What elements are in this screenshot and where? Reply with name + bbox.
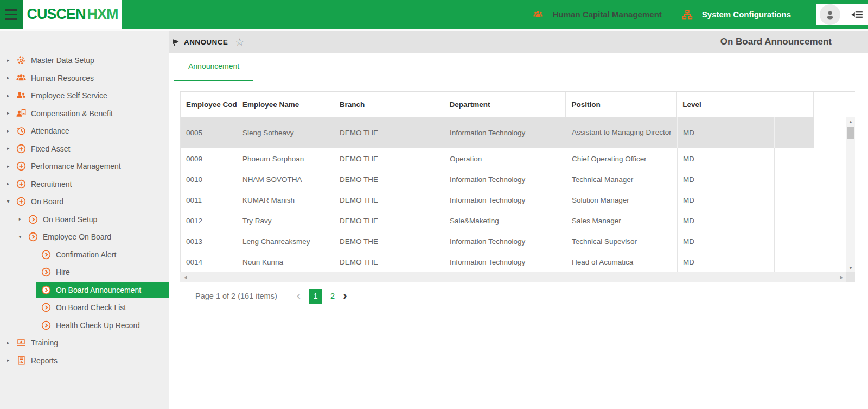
sidebar-item-label: Recruitment xyxy=(31,180,72,188)
next-page-icon[interactable]: › xyxy=(343,290,347,302)
sidebar-item-performance-management[interactable]: ▸ Performance Management xyxy=(0,158,169,175)
expand-arrow-icon[interactable]: ▸ xyxy=(4,75,12,80)
collapse-panel-icon[interactable] xyxy=(850,8,864,22)
horizontal-scrollbar[interactable]: ◂ ▸ xyxy=(180,272,855,282)
tab-announcement[interactable]: Announcement xyxy=(174,53,253,81)
sidebar-item-label: Confirmation Alert xyxy=(56,250,116,259)
column-header-employee-code[interactable]: Employee Cod xyxy=(181,92,237,117)
cell-position: Assistant to Managing Director xyxy=(566,117,678,148)
people-icon xyxy=(15,72,27,84)
chevron-circle-icon xyxy=(27,213,39,225)
cell-level: MD xyxy=(678,251,775,272)
sidebar-item-label: Compensation & Benefit xyxy=(31,109,113,118)
expand-arrow-icon[interactable]: ▸ xyxy=(16,217,24,222)
scroll-left-icon[interactable]: ◂ xyxy=(184,274,187,280)
favorite-star-icon[interactable]: ☆ xyxy=(235,37,244,47)
scrollbar-thumb[interactable] xyxy=(847,127,854,139)
org-chart-icon xyxy=(681,9,693,21)
chevron-circle-icon xyxy=(40,284,52,296)
cell-employee-code: 0014 xyxy=(181,251,237,272)
table-header-row: Employee Cod Employee Name Branch Depart… xyxy=(181,92,814,117)
cell-department: Information Technology xyxy=(444,169,566,190)
sidebar-item-master-data-setup[interactable]: ▸ Master Data Setup xyxy=(0,52,169,70)
table-row[interactable]: 0014 Noun Kunna DEMO THE Information Tec… xyxy=(181,251,814,272)
cell-branch: DEMO THE xyxy=(334,148,444,169)
column-header-department[interactable]: Department xyxy=(444,92,566,117)
selected-sidebar-item[interactable]: On Board Announcement xyxy=(36,282,169,298)
sidebar-item-recruitment[interactable]: ▸ Recruitment xyxy=(0,175,169,193)
scroll-down-icon[interactable]: ▼ xyxy=(846,266,855,270)
sidebar-item-compensation-benefit[interactable]: ▸ Compensation & Benefit xyxy=(0,105,169,123)
table-row-selected[interactable]: 0005 Sieng Sotheavy DEMO THE Information… xyxy=(181,117,814,148)
cell-employee-name: Noun Kunna xyxy=(237,251,334,272)
scroll-right-icon[interactable]: ▸ xyxy=(840,274,843,280)
expand-arrow-icon[interactable]: ▸ xyxy=(4,129,12,134)
cell-position: Head of Acumatica xyxy=(566,251,678,272)
nav-system-configurations[interactable]: System Configurations xyxy=(681,9,791,21)
column-header-branch[interactable]: Branch xyxy=(334,92,444,117)
sidebar-item-training[interactable]: ▸ Training xyxy=(0,334,169,352)
sidebar-item-employee-on-board[interactable]: ▾ Employee On Board xyxy=(0,228,169,246)
table-row[interactable]: 0010 NHAM SOVOTHA DEMO THE Information T… xyxy=(181,169,814,190)
table-row[interactable]: 0011 KUMAR Manish DEMO THE Information T… xyxy=(181,190,814,210)
tab-strip: Announcement xyxy=(174,53,855,81)
sidebar-item-label: Employee On Board xyxy=(43,232,111,241)
sidebar-item-confirmation-alert[interactable]: Confirmation Alert xyxy=(0,246,169,264)
expand-arrow-icon[interactable]: ▸ xyxy=(4,146,12,151)
sidebar-item-on-board-check-list[interactable]: On Board Check List xyxy=(0,299,169,317)
cell-branch: DEMO THE xyxy=(334,169,444,190)
previous-page-icon[interactable]: ‹ xyxy=(297,290,301,302)
expand-arrow-icon[interactable]: ▸ xyxy=(4,341,12,345)
plus-circle-icon xyxy=(15,143,27,155)
sidebar-item-hire[interactable]: Hire xyxy=(0,263,169,281)
expand-arrow-icon[interactable]: ▸ xyxy=(4,164,12,169)
cell-level: MD xyxy=(678,169,775,190)
plus-circle-icon xyxy=(15,160,27,172)
expand-arrow-icon[interactable]: ▸ xyxy=(4,358,12,363)
gear-icon xyxy=(15,54,27,66)
app-logo[interactable]: CUSCEN HXM xyxy=(23,0,122,29)
column-header-employee-name[interactable]: Employee Name xyxy=(237,92,334,117)
scroll-up-icon[interactable]: ▲ xyxy=(846,119,855,124)
sidebar-item-label: Hire xyxy=(56,268,70,276)
nav-human-capital-management[interactable]: Human Capital Management xyxy=(532,9,662,21)
expand-arrow-icon[interactable]: ▸ xyxy=(4,93,12,98)
sidebar-item-on-board-setup[interactable]: ▸ On Board Setup xyxy=(0,211,169,229)
sidebar-item-human-resources[interactable]: ▸ Human Resources xyxy=(0,70,169,87)
sidebar-item-reports[interactable]: ▸ Reports xyxy=(0,352,169,370)
hamburger-menu-icon[interactable] xyxy=(0,0,23,29)
cell-level: MD xyxy=(678,190,775,210)
sidebar-item-employee-self-service[interactable]: ▸ Employee Self Service xyxy=(0,87,169,105)
breadcrumb: ANNOUNCE xyxy=(171,37,228,47)
sidebar-item-attendance[interactable]: ▸ Attendance xyxy=(0,122,169,140)
page-button-2[interactable]: 2 xyxy=(330,292,335,300)
user-group-icon xyxy=(15,90,27,102)
column-header-position[interactable]: Position xyxy=(566,92,677,117)
expand-arrow-icon[interactable]: ▸ xyxy=(4,58,12,63)
collapse-arrow-icon[interactable]: ▾ xyxy=(16,234,24,240)
logo-text-secondary: HXM xyxy=(87,6,118,23)
vertical-scrollbar[interactable]: ▲ ▼ xyxy=(846,117,855,272)
cell-level: MD xyxy=(678,117,775,148)
cell-employee-name: Phoeurn Sorphoan xyxy=(237,148,334,169)
column-header-level[interactable]: Level xyxy=(677,92,774,117)
page-title-bar: ANNOUNCE ☆ On Board Announcement xyxy=(169,31,868,53)
sidebar-item-on-board[interactable]: ▾ On Board xyxy=(0,193,169,211)
table-row[interactable]: 0012 Try Ravy DEMO THE Sale&Maketing Sal… xyxy=(181,210,814,231)
expand-arrow-icon[interactable]: ▸ xyxy=(4,111,12,116)
collapse-arrow-icon[interactable]: ▾ xyxy=(4,199,12,204)
column-header-filler xyxy=(774,92,814,117)
tab-label: Announcement xyxy=(188,62,239,71)
cell-level: MD xyxy=(678,148,775,169)
nav-sysconfig-label: System Configurations xyxy=(702,10,791,19)
sidebar-item-on-board-announcement[interactable]: On Board Announcement xyxy=(0,281,169,299)
user-avatar[interactable] xyxy=(820,4,840,25)
sidebar-item-health-check-up-record[interactable]: Health Check Up Record xyxy=(0,317,169,335)
table-row[interactable]: 0013 Leng Chanreaksmey DEMO THE Informat… xyxy=(181,231,814,251)
sidebar-item-fixed-asset[interactable]: ▸ Fixed Asset xyxy=(0,140,169,158)
page-button-1[interactable]: 1 xyxy=(309,289,322,304)
expand-arrow-icon[interactable]: ▸ xyxy=(4,181,12,186)
table-row[interactable]: 0009 Phoeurn Sorphoan DEMO THE Operation… xyxy=(181,148,814,169)
cell-employee-code: 0012 xyxy=(181,210,237,231)
cell-employee-name: Leng Chanreaksmey xyxy=(237,231,334,251)
